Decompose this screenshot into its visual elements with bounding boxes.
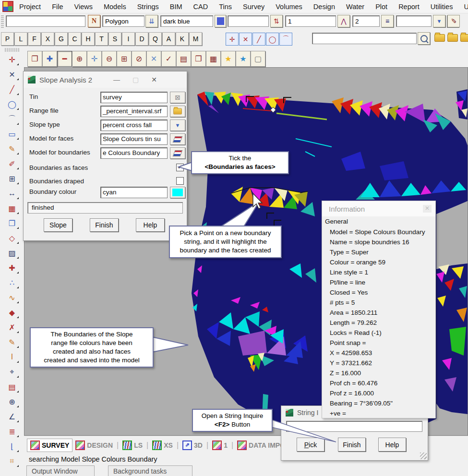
menu-survey[interactable]: Survey bbox=[243, 3, 264, 11]
interface-tool[interactable]: I bbox=[5, 350, 19, 364]
style-input[interactable] bbox=[352, 15, 380, 27]
ladder-tool[interactable]: ≣ bbox=[5, 425, 19, 438]
library-folder-icon[interactable] bbox=[447, 34, 458, 42]
boundaries-draped-checkbox[interactable] bbox=[176, 177, 184, 185]
modelboundaries-input[interactable]: e Colours Boundary bbox=[100, 147, 168, 159]
scatter-points-tool[interactable]: ∴ bbox=[5, 276, 19, 289]
cad-text-tool[interactable]: ✎ bbox=[5, 142, 19, 155]
tab-design[interactable]: DESIGN bbox=[72, 439, 116, 452]
slopetype-dropdown-button[interactable]: ▼ bbox=[170, 119, 185, 131]
mode-button-x[interactable]: X bbox=[41, 32, 54, 46]
mode-button-i[interactable]: I bbox=[122, 32, 135, 46]
menu-report[interactable]: Report bbox=[398, 3, 420, 11]
mode-button-c[interactable]: C bbox=[68, 32, 81, 46]
menu-plot[interactable]: Plot bbox=[375, 3, 387, 11]
mode-button-k[interactable]: K bbox=[176, 32, 189, 46]
freehand-pencil-tool[interactable]: ✎ bbox=[5, 335, 19, 349]
slopetype-input[interactable]: percent cross fall bbox=[100, 119, 168, 131]
cad-pencil-tool[interactable]: ✐ bbox=[5, 157, 19, 170]
string-help-button[interactable]: Help bbox=[378, 438, 406, 452]
new-view-button[interactable]: ❐ bbox=[27, 51, 42, 67]
notepad-tool[interactable]: ▤ bbox=[5, 380, 19, 393]
colour-swatch-button[interactable] bbox=[215, 15, 226, 27]
resize-grip[interactable] bbox=[420, 452, 427, 459]
pan-button[interactable]: ✛ bbox=[87, 51, 102, 67]
image-tool[interactable]: ▨ bbox=[5, 246, 19, 260]
menu-tins[interactable]: Tins bbox=[219, 3, 232, 11]
boundary-polygon-tool[interactable]: ◆ bbox=[5, 306, 19, 319]
string-finish-button[interactable]: Finish bbox=[338, 438, 366, 452]
linestyle-input[interactable] bbox=[102, 15, 144, 27]
mode-button-t[interactable]: T bbox=[95, 32, 108, 46]
profile-corner-tool[interactable]: ⌊ bbox=[5, 440, 19, 453]
copy-view-button[interactable]: ❐ bbox=[191, 51, 206, 67]
recent-folder-icon[interactable] bbox=[460, 34, 468, 42]
point-snap-icon[interactable]: ✛ bbox=[226, 33, 239, 46]
polygon-tool[interactable]: ◇ bbox=[5, 231, 19, 245]
mode-button-q[interactable]: Q bbox=[149, 32, 162, 46]
finish-button[interactable]: Finish bbox=[90, 218, 119, 232]
redraw-button[interactable]: ✓ bbox=[161, 51, 176, 67]
table-tool[interactable]: ▦ bbox=[5, 202, 19, 215]
left-toolbar-grip[interactable] bbox=[5, 48, 19, 52]
search-input[interactable] bbox=[312, 33, 417, 44]
layout-button[interactable]: ▢ bbox=[251, 51, 265, 67]
mode-button-m[interactable]: M bbox=[189, 32, 202, 46]
delete-view-button[interactable]: ✕ bbox=[146, 51, 161, 67]
slope-dialog-titlebar[interactable]: Slope Analysis 2 — ▢ ✕ bbox=[24, 71, 187, 88]
name-input[interactable] bbox=[6, 15, 85, 27]
cad-symbol-tool[interactable]: ⊞ bbox=[5, 172, 19, 185]
move-tool[interactable]: ✚ bbox=[5, 261, 19, 274]
tab-xs[interactable]: XS bbox=[149, 439, 176, 452]
line-snap-icon[interactable]: ╱ bbox=[252, 33, 265, 46]
menu-user[interactable]: User bbox=[464, 3, 468, 11]
tinable-icon[interactable]: ⋀ bbox=[337, 15, 350, 27]
delete-points-tool[interactable]: ✗ bbox=[5, 321, 19, 334]
cad-rectangle-tool[interactable]: ▭ bbox=[5, 127, 19, 141]
cad-cross-tool[interactable]: ✕ bbox=[5, 68, 19, 81]
boundary-colour-swatch-button[interactable] bbox=[170, 187, 185, 198]
cad-arc-tool[interactable]: ⌒ bbox=[5, 112, 19, 126]
weight-input[interactable] bbox=[285, 15, 336, 27]
mode-button-s[interactable]: S bbox=[108, 32, 121, 46]
name-box-button[interactable]: N bbox=[88, 15, 100, 27]
menu-water[interactable]: Water bbox=[346, 3, 364, 11]
colour-input[interactable] bbox=[160, 15, 213, 27]
circle-snap-icon[interactable]: ◯ bbox=[266, 33, 279, 46]
mode-button-g[interactable]: G bbox=[55, 32, 68, 46]
mode-button-p[interactable]: P bbox=[1, 32, 14, 46]
coloured-line-tool[interactable]: ∿ bbox=[5, 291, 19, 304]
minus-button[interactable]: ━ bbox=[57, 51, 72, 67]
angle-tool[interactable]: ∠ bbox=[5, 410, 19, 423]
modelfaces-picker-button[interactable] bbox=[170, 133, 185, 145]
print-button[interactable]: ▤ bbox=[176, 51, 191, 67]
linestyle-picker-icon[interactable]: ⇊ bbox=[145, 15, 158, 27]
menu-models[interactable]: Models bbox=[104, 3, 126, 11]
menu-project[interactable]: Project bbox=[19, 3, 41, 11]
menu-design[interactable]: Design bbox=[313, 3, 335, 11]
modelboundaries-picker-button[interactable] bbox=[170, 147, 185, 159]
section-tool[interactable]: ⊕ bbox=[5, 395, 19, 408]
tin-input[interactable]: survey bbox=[100, 92, 168, 103]
boundaries-as-faces-checkbox[interactable]: ✓ bbox=[176, 164, 184, 171]
tab-ls[interactable]: LS bbox=[120, 439, 145, 452]
cad-line-tool[interactable]: ╱ bbox=[5, 83, 19, 96]
line-weight-icon[interactable]: ≡ bbox=[381, 15, 394, 27]
rangefile-browse-button[interactable] bbox=[170, 106, 185, 117]
project-folder-icon[interactable] bbox=[434, 34, 445, 42]
string-inquire-input[interactable] bbox=[286, 421, 422, 432]
blue-star-button[interactable]: ★ bbox=[236, 51, 251, 67]
cad-point-tool[interactable]: ✛ bbox=[5, 53, 19, 66]
z-value-input[interactable] bbox=[228, 15, 269, 27]
tick-input[interactable] bbox=[396, 15, 432, 27]
tin-picker-button[interactable]: ⊠ bbox=[170, 92, 185, 103]
cross-snap-icon[interactable]: ✕ bbox=[239, 33, 252, 46]
mode-button-f[interactable]: F bbox=[28, 32, 41, 46]
menu-utilities[interactable]: Utilities bbox=[431, 3, 453, 11]
z-sort-icon[interactable]: ⇅ bbox=[270, 15, 283, 27]
tab-3d[interactable]: ⇗3D bbox=[180, 439, 205, 452]
mode-button-d[interactable]: D bbox=[135, 32, 148, 46]
modelfaces-input[interactable]: Slope Colours tin su‌ bbox=[100, 133, 168, 145]
background-tasks-panel[interactable]: Background tasks bbox=[108, 465, 192, 476]
zoom-prev-button[interactable]: ⊘ bbox=[132, 51, 146, 67]
